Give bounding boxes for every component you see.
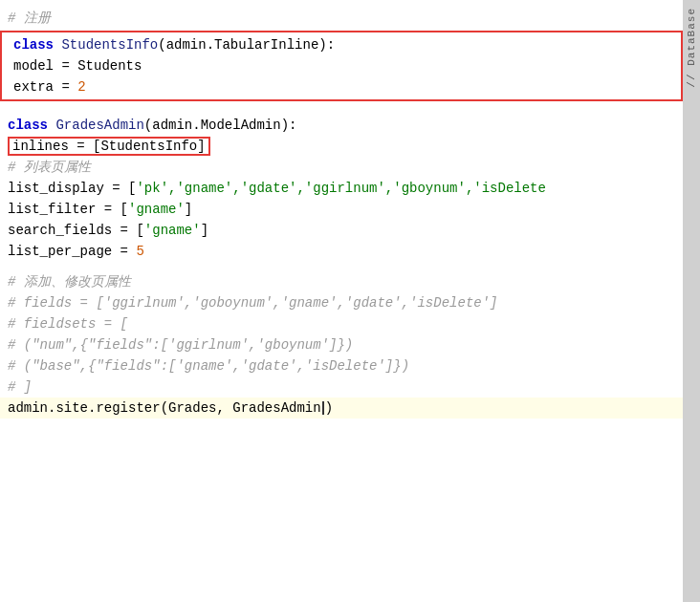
code-editor: # 注册 class StudentsInfo(admin.TabularInl… (0, 0, 683, 602)
comment-bracket-line: # ] (0, 376, 683, 398)
search-fields-line: search_fields = ['gname'] (0, 220, 683, 241)
list-filter-close: ] (185, 202, 192, 217)
search-fields-text: search_fields = [ (8, 223, 144, 238)
class1-name: StudentsInfo (61, 37, 158, 53)
list-display-values: 'pk','gname','gdate','ggirlnum','gboynum… (136, 181, 545, 196)
class2-args: (admin.ModelAdmin): (144, 118, 297, 133)
list-display-line: list_display = ['pk','gname','gdate','gg… (0, 178, 683, 199)
list-per-page-value: 5 (136, 244, 143, 259)
comment-base-text: # ("base",{"fields":['gname','gdate','is… (8, 358, 409, 374)
comment-list-props: # 列表页属性 (0, 157, 683, 178)
comment-num-line: # ("num",{"fields":['ggirlnum','gboynum'… (0, 334, 683, 355)
list-filter-line: list_filter = ['gname'] (0, 199, 683, 220)
comment-line-1: # 注册 (0, 8, 683, 29)
comment-add-text: # 添加、修改页属性 (8, 274, 131, 290)
class-keyword-2: class (8, 118, 55, 133)
class1-extra-label: extra = (13, 79, 77, 95)
comment-list-text: # 列表页属性 (8, 160, 91, 175)
comment-fieldsets-text: # fieldsets = [ (8, 316, 128, 332)
comment-fields-line: # fields = ['ggirlnum','goboynum','gname… (0, 292, 683, 313)
class1-model-line: model = Students (6, 55, 677, 76)
class1-declaration: class StudentsInfo(admin.TabularInline): (6, 34, 677, 55)
comment-text-1: # 注册 (8, 11, 51, 26)
comment-num-text: # ("num",{"fields":['ggirlnum','gboynum'… (8, 337, 353, 353)
class1-extra-line: extra = 2 (6, 76, 677, 97)
comment-fields-text: # fields = ['ggirlnum','goboynum','gname… (8, 295, 497, 311)
sidebar: // DataBase (683, 0, 700, 602)
list-per-page-text: list_per_page = (8, 244, 136, 259)
class-keyword-1: class (13, 37, 61, 53)
inlines-outline: inlines = [StudentsInfo] (8, 137, 210, 156)
class1-model-text: model = Students (13, 58, 142, 74)
comment-base-line: # ("base",{"fields":['gname','gdate','is… (0, 355, 683, 376)
sidebar-label: // DataBase (686, 8, 697, 88)
list-filter-value: 'gname' (128, 202, 185, 217)
cursor (322, 401, 324, 415)
gap-1 (0, 105, 683, 115)
class2-name: GradesAdmin (55, 118, 143, 133)
list-filter-text: list_filter = [ (8, 202, 128, 217)
class2-declaration: class GradesAdmin(admin.ModelAdmin): (0, 115, 683, 136)
class1-extra-value: 2 (77, 79, 85, 95)
inlines-line: inlines = [StudentsInfo] (0, 136, 683, 157)
register-line: admin.site.register(Grades, GradesAdmin) (0, 398, 683, 419)
comment-bracket-text: # ] (8, 379, 32, 395)
search-fields-value: 'gname' (144, 223, 201, 238)
comment-add-modify: # 添加、修改页属性 (0, 271, 683, 292)
register-text: admin.site.register(Grades, GradesAdmin (8, 400, 321, 416)
gap-2 (0, 262, 683, 271)
search-fields-close: ] (201, 223, 208, 238)
class1-args: (admin.TabularInline): (158, 37, 335, 53)
list-per-page-line: list_per_page = 5 (0, 241, 683, 262)
register-close: ) (325, 400, 333, 416)
students-info-block: class StudentsInfo(admin.TabularInline):… (0, 31, 683, 101)
list-display-text: list_display = [ (8, 181, 136, 196)
inlines-text: inlines = [StudentsInfo] (12, 139, 206, 154)
comment-fieldsets-line: # fieldsets = [ (0, 313, 683, 334)
